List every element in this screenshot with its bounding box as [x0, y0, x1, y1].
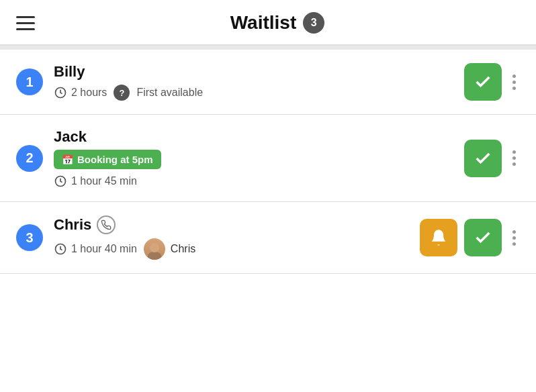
- calendar-icon: 📅: [62, 154, 73, 165]
- wait-time: 2 hours: [71, 87, 107, 99]
- item-name: Billy: [54, 63, 453, 81]
- bell-button[interactable]: [420, 219, 457, 256]
- check-button[interactable]: [464, 140, 502, 177]
- item-meta: 📅 Booking at 5pm 1 hour 45 min: [54, 150, 453, 188]
- availability-text: First available: [136, 87, 203, 99]
- clock-icon: [54, 86, 67, 99]
- item-actions: [464, 140, 520, 177]
- item-content: Jack 📅 Booking at 5pm 1 hour 45 min: [54, 128, 453, 188]
- item-number-badge: 3: [16, 224, 43, 251]
- item-actions: [420, 219, 520, 256]
- header: Waitlist 3: [0, 0, 536, 46]
- item-number-badge: 2: [16, 145, 43, 172]
- clock-icon: [54, 175, 67, 188]
- title-text: Waitlist: [230, 12, 297, 34]
- waitlist-item: 1 Billy 2 hours ? First available: [0, 50, 536, 115]
- more-options-button[interactable]: [508, 70, 520, 94]
- availability-icon: ?: [114, 85, 130, 101]
- item-name: Chris: [54, 215, 409, 234]
- item-meta: 1 hour 40 min Chris: [54, 238, 409, 260]
- phone-icon: [97, 215, 116, 234]
- assignee-name: Chris: [171, 243, 195, 255]
- time-info: 1 hour 45 min: [54, 175, 137, 188]
- more-options-button[interactable]: [508, 226, 520, 250]
- item-content: Billy 2 hours ? First available: [54, 63, 453, 101]
- waitlist-item: 2 Jack 📅 Booking at 5pm 1 hour 45 min: [0, 115, 536, 202]
- header-title: Waitlist 3: [230, 12, 325, 34]
- item-meta: 2 hours ? First available: [54, 85, 453, 101]
- clock-icon: [54, 242, 67, 256]
- wait-time: 1 hour 40 min: [71, 243, 137, 255]
- check-button[interactable]: [464, 63, 502, 101]
- item-name: Jack: [54, 128, 453, 146]
- item-content: Chris 1 hour 40 min Chris: [54, 215, 409, 260]
- wait-time: 1 hour 45 min: [71, 175, 137, 187]
- item-actions: [464, 63, 520, 101]
- time-info: 1 hour 40 min: [54, 242, 137, 256]
- waitlist-count-badge: 3: [303, 12, 324, 34]
- more-options-button[interactable]: [508, 146, 520, 170]
- booking-tag: 📅 Booking at 5pm: [54, 150, 161, 169]
- check-button[interactable]: [464, 219, 502, 256]
- time-info: 2 hours: [54, 86, 107, 99]
- assignee-info: Chris: [144, 238, 195, 260]
- avatar: [144, 238, 165, 260]
- item-number-badge: 1: [16, 68, 43, 95]
- menu-icon[interactable]: [16, 14, 35, 32]
- waitlist-item: 3 Chris 1 hour 40 min Chris: [0, 202, 536, 274]
